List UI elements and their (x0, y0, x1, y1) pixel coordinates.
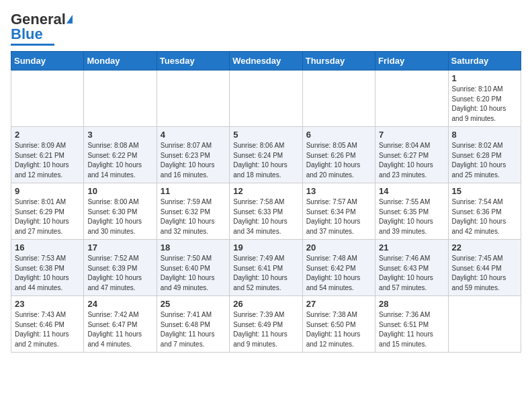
day-info: Sunrise: 8:01 AM Sunset: 6:29 PM Dayligh… (15, 197, 80, 236)
calendar-day-cell: 19Sunrise: 7:49 AM Sunset: 6:41 PM Dayli… (230, 240, 302, 296)
weekday-header-row: SundayMondayTuesdayWednesdayThursdayFrid… (11, 52, 521, 71)
day-number: 17 (87, 242, 152, 253)
calendar-day-cell: 2Sunrise: 8:09 AM Sunset: 6:21 PM Daylig… (11, 127, 84, 183)
weekday-header-cell: Tuesday (157, 52, 229, 71)
day-info: Sunrise: 7:49 AM Sunset: 6:41 PM Dayligh… (233, 254, 298, 293)
day-number: 18 (161, 242, 226, 253)
logo-blue: Blue (11, 26, 43, 43)
day-info: Sunrise: 8:06 AM Sunset: 6:24 PM Dayligh… (233, 141, 298, 180)
day-number: 6 (306, 130, 371, 140)
day-info: Sunrise: 7:53 AM Sunset: 6:38 PM Dayligh… (15, 254, 80, 293)
calendar-day-cell: 5Sunrise: 8:06 AM Sunset: 6:24 PM Daylig… (230, 127, 302, 183)
calendar-week-row: 9Sunrise: 8:01 AM Sunset: 6:29 PM Daylig… (11, 183, 521, 240)
day-number: 26 (233, 299, 298, 309)
day-info: Sunrise: 8:00 AM Sunset: 6:30 PM Dayligh… (87, 197, 152, 236)
day-number: 16 (15, 242, 80, 253)
calendar-day-cell: 25Sunrise: 7:41 AM Sunset: 6:48 PM Dayli… (157, 296, 229, 353)
day-info: Sunrise: 7:38 AM Sunset: 6:50 PM Dayligh… (306, 310, 371, 349)
calendar-day-cell: 1Sunrise: 8:10 AM Sunset: 6:20 PM Daylig… (448, 71, 521, 127)
weekday-header-cell: Sunday (11, 52, 84, 71)
day-number: 27 (306, 299, 371, 309)
day-number: 5 (233, 130, 298, 140)
day-info: Sunrise: 7:39 AM Sunset: 6:49 PM Dayligh… (233, 310, 298, 349)
day-number: 1 (452, 73, 517, 83)
day-info: Sunrise: 7:36 AM Sunset: 6:51 PM Dayligh… (379, 310, 444, 349)
day-info: Sunrise: 7:42 AM Sunset: 6:47 PM Dayligh… (87, 310, 152, 349)
calendar-day-cell: 3Sunrise: 8:08 AM Sunset: 6:22 PM Daylig… (84, 127, 157, 183)
day-number: 11 (161, 186, 226, 196)
calendar-day-cell: 6Sunrise: 8:05 AM Sunset: 6:26 PM Daylig… (302, 127, 375, 183)
day-number: 22 (452, 242, 517, 253)
calendar-day-cell: 26Sunrise: 7:39 AM Sunset: 6:49 PM Dayli… (230, 296, 302, 353)
day-info: Sunrise: 7:54 AM Sunset: 6:36 PM Dayligh… (452, 197, 517, 236)
day-info: Sunrise: 7:58 AM Sunset: 6:33 PM Dayligh… (233, 197, 298, 236)
day-info: Sunrise: 8:05 AM Sunset: 6:26 PM Dayligh… (306, 141, 371, 180)
day-number: 3 (87, 130, 152, 140)
day-info: Sunrise: 8:10 AM Sunset: 6:20 PM Dayligh… (452, 85, 517, 124)
calendar-day-cell: 11Sunrise: 7:59 AM Sunset: 6:32 PM Dayli… (157, 183, 229, 240)
day-number: 9 (15, 186, 80, 196)
day-number: 14 (379, 186, 444, 196)
day-info: Sunrise: 7:41 AM Sunset: 6:48 PM Dayligh… (161, 310, 226, 349)
calendar-day-cell: 15Sunrise: 7:54 AM Sunset: 6:36 PM Dayli… (448, 183, 521, 240)
calendar-week-row: 23Sunrise: 7:43 AM Sunset: 6:46 PM Dayli… (11, 296, 521, 353)
day-number: 24 (87, 299, 152, 309)
day-info: Sunrise: 8:02 AM Sunset: 6:28 PM Dayligh… (452, 141, 517, 180)
day-info: Sunrise: 8:09 AM Sunset: 6:21 PM Dayligh… (15, 141, 80, 180)
calendar-day-cell: 17Sunrise: 7:52 AM Sunset: 6:39 PM Dayli… (84, 240, 157, 296)
weekday-header-cell: Friday (375, 52, 448, 71)
day-info: Sunrise: 7:43 AM Sunset: 6:46 PM Dayligh… (15, 310, 80, 349)
calendar-day-cell: 16Sunrise: 7:53 AM Sunset: 6:38 PM Dayli… (11, 240, 84, 296)
calendar-day-cell: 10Sunrise: 8:00 AM Sunset: 6:30 PM Dayli… (84, 183, 157, 240)
calendar-day-cell: 24Sunrise: 7:42 AM Sunset: 6:47 PM Dayli… (84, 296, 157, 353)
day-number: 10 (87, 186, 152, 196)
calendar-week-row: 2Sunrise: 8:09 AM Sunset: 6:21 PM Daylig… (11, 127, 521, 183)
day-number: 7 (379, 130, 444, 140)
weekday-header-cell: Saturday (448, 52, 521, 71)
weekday-header-cell: Thursday (302, 52, 375, 71)
calendar-day-cell (230, 71, 302, 127)
calendar-day-cell: 14Sunrise: 7:55 AM Sunset: 6:35 PM Dayli… (375, 183, 448, 240)
calendar-day-cell: 28Sunrise: 7:36 AM Sunset: 6:51 PM Dayli… (375, 296, 448, 353)
calendar-day-cell (84, 71, 157, 127)
day-info: Sunrise: 7:57 AM Sunset: 6:34 PM Dayligh… (306, 197, 371, 236)
calendar-day-cell: 13Sunrise: 7:57 AM Sunset: 6:34 PM Dayli… (302, 183, 375, 240)
calendar-day-cell: 9Sunrise: 8:01 AM Sunset: 6:29 PM Daylig… (11, 183, 84, 240)
calendar-day-cell: 27Sunrise: 7:38 AM Sunset: 6:50 PM Dayli… (302, 296, 375, 353)
logo-triangle-icon (66, 15, 73, 24)
calendar-week-row: 1Sunrise: 8:10 AM Sunset: 6:20 PM Daylig… (11, 71, 521, 127)
calendar-day-cell: 12Sunrise: 7:58 AM Sunset: 6:33 PM Dayli… (230, 183, 302, 240)
day-info: Sunrise: 8:08 AM Sunset: 6:22 PM Dayligh… (87, 141, 152, 180)
day-number: 28 (379, 299, 444, 309)
day-info: Sunrise: 7:45 AM Sunset: 6:44 PM Dayligh… (452, 254, 517, 293)
day-info: Sunrise: 8:04 AM Sunset: 6:27 PM Dayligh… (379, 141, 444, 180)
day-info: Sunrise: 8:07 AM Sunset: 6:23 PM Dayligh… (161, 141, 226, 180)
day-info: Sunrise: 7:46 AM Sunset: 6:43 PM Dayligh… (379, 254, 444, 293)
calendar-day-cell (11, 71, 84, 127)
calendar-day-cell (448, 296, 521, 353)
weekday-header-cell: Monday (84, 52, 157, 71)
calendar-day-cell: 22Sunrise: 7:45 AM Sunset: 6:44 PM Dayli… (448, 240, 521, 296)
calendar-day-cell: 18Sunrise: 7:50 AM Sunset: 6:40 PM Dayli… (157, 240, 229, 296)
calendar-table: SundayMondayTuesdayWednesdayThursdayFrid… (11, 51, 521, 353)
calendar-week-row: 16Sunrise: 7:53 AM Sunset: 6:38 PM Dayli… (11, 240, 521, 296)
day-number: 19 (233, 242, 298, 253)
day-number: 8 (452, 130, 517, 140)
calendar-day-cell: 7Sunrise: 8:04 AM Sunset: 6:27 PM Daylig… (375, 127, 448, 183)
day-info: Sunrise: 7:50 AM Sunset: 6:40 PM Dayligh… (161, 254, 226, 293)
day-number: 15 (452, 186, 517, 196)
calendar-day-cell: 8Sunrise: 8:02 AM Sunset: 6:28 PM Daylig… (448, 127, 521, 183)
day-number: 4 (161, 130, 226, 140)
logo-underline (11, 44, 54, 46)
day-number: 13 (306, 186, 371, 196)
calendar-day-cell: 4Sunrise: 8:07 AM Sunset: 6:23 PM Daylig… (157, 127, 229, 183)
day-info: Sunrise: 7:55 AM Sunset: 6:35 PM Dayligh… (379, 197, 444, 236)
day-number: 12 (233, 186, 298, 196)
page-header: General Blue (11, 11, 521, 46)
calendar-day-cell (157, 71, 229, 127)
calendar-day-cell (375, 71, 448, 127)
day-number: 23 (15, 299, 80, 309)
calendar-day-cell (302, 71, 375, 127)
day-number: 25 (161, 299, 226, 309)
logo: General Blue (11, 11, 73, 46)
